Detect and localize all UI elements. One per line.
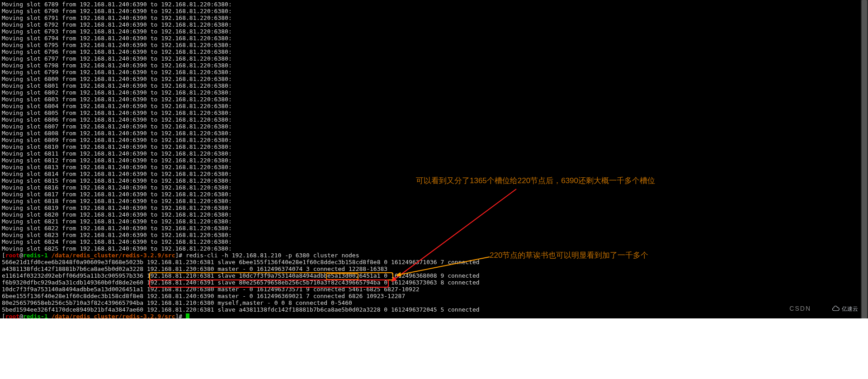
terminal-line: 566e21d1fd0cee6b2848f0a90609e3f868e5023b… [2, 259, 866, 265]
terminal-line: Moving slot 6798 from 192.168.81.240:639… [2, 62, 866, 69]
terminal-line: Moving slot 6794 from 192.168.81.240:639… [2, 35, 866, 42]
terminal-line: Moving slot 6797 from 192.168.81.240:639… [2, 55, 866, 62]
terminal-line: Moving slot 6820 from 192.168.81.240:639… [2, 211, 866, 218]
terminal-line: Moving slot 6814 from 192.168.81.240:639… [2, 171, 866, 177]
terminal-line: Moving slot 6824 from 192.168.81.240:639… [2, 238, 866, 245]
terminal-line: f6b9320dfbc929ad5a31cdb149360b0fd8de2e60… [2, 279, 866, 286]
terminal-line: Moving slot 6821 from 192.168.81.240:639… [2, 218, 866, 225]
watermark-yisu-label: 亿速云 [842, 305, 858, 313]
terminal-line: Moving slot 6793 from 192.168.81.240:639… [2, 28, 866, 35]
terminal-line: 10dc7f3f9a753140a8494adbbe5a13d0026451a1… [2, 286, 866, 293]
terminal-line: Moving slot 6800 from 192.168.81.240:639… [2, 76, 866, 82]
terminal-line: Moving slot 6818 from 192.168.81.240:639… [2, 198, 866, 204]
terminal-line: Moving slot 6802 from 192.168.81.240:639… [2, 89, 866, 96]
terminal-line: Moving slot 6792 from 192.168.81.240:639… [2, 21, 866, 28]
terminal-line: 5bed1594ee326f4170dce8949b21bf4a3847ae60… [2, 306, 866, 313]
terminal-line: Moving slot 6816 from 192.168.81.240:639… [2, 184, 866, 191]
terminal-line: Moving slot 6822 from 192.168.81.240:639… [2, 225, 866, 232]
terminal-line: Moving slot 6805 from 192.168.81.240:639… [2, 109, 866, 116]
terminal-window[interactable]: Moving slot 6789 from 192.168.81.240:639… [0, 0, 868, 318]
cloud-icon [832, 306, 840, 312]
terminal-output: Moving slot 6789 from 192.168.81.240:639… [2, 1, 866, 320]
terminal-line: Moving slot 6806 from 192.168.81.240:639… [2, 116, 866, 123]
terminal-line: Moving slot 6815 from 192.168.81.240:639… [2, 177, 866, 184]
terminal-line: a4381138fdc142f18881b7b6ca8ae5b0d02a3228… [2, 265, 866, 272]
terminal-line: Moving slot 6812 from 192.168.81.240:639… [2, 157, 866, 164]
terminal-line: Moving slot 6817 from 192.168.81.240:639… [2, 191, 866, 198]
terminal-line: 6bee155f136f40e28e1f60c8ddec3b158cd8f8e8… [2, 293, 866, 299]
terminal-line: Moving slot 6803 from 192.168.81.240:639… [2, 96, 866, 103]
terminal-line: e11614f03232d92ebff06d95a11b3c905957b336… [2, 272, 866, 279]
terminal-line: Moving slot 6825 from 192.168.81.240:639… [2, 245, 866, 252]
terminal-line: Moving slot 6809 from 192.168.81.240:639… [2, 137, 866, 143]
terminal-line: Moving slot 6799 from 192.168.81.240:639… [2, 69, 866, 76]
terminal-line: Moving slot 6789 from 192.168.81.240:639… [2, 1, 866, 8]
terminal-line: Moving slot 6796 from 192.168.81.240:639… [2, 48, 866, 55]
watermark-yisu: 亿速云 [828, 304, 862, 314]
terminal-line: 80e256579658eb256c5b710a3f82c439665794ba… [2, 299, 866, 306]
bottom-blank-area [0, 318, 868, 379]
terminal-line: Moving slot 6813 from 192.168.81.240:639… [2, 164, 866, 171]
terminal-line: Moving slot 6790 from 192.168.81.240:639… [2, 8, 866, 14]
terminal-line: Moving slot 6808 from 192.168.81.240:639… [2, 130, 866, 137]
terminal-line: Moving slot 6823 from 192.168.81.240:639… [2, 232, 866, 238]
terminal-line: Moving slot 6807 from 192.168.81.240:639… [2, 123, 866, 130]
terminal-line: Moving slot 6810 from 192.168.81.240:639… [2, 143, 866, 150]
terminal-line: Moving slot 6791 from 192.168.81.240:639… [2, 14, 866, 21]
terminal-line: Moving slot 6804 from 192.168.81.240:639… [2, 103, 866, 109]
watermark-csdn: CSDN [789, 305, 811, 312]
terminal-line: Moving slot 6801 from 192.168.81.240:639… [2, 82, 866, 89]
terminal-line: Moving slot 6795 from 192.168.81.240:639… [2, 42, 866, 48]
terminal-line: [root@redis-1 /data/redis_cluster/redis-… [2, 252, 866, 259]
terminal-line: Moving slot 6811 from 192.168.81.240:639… [2, 150, 866, 157]
terminal-line: Moving slot 6819 from 192.168.81.240:639… [2, 204, 866, 211]
terminal-scrollbar[interactable] [861, 0, 868, 318]
